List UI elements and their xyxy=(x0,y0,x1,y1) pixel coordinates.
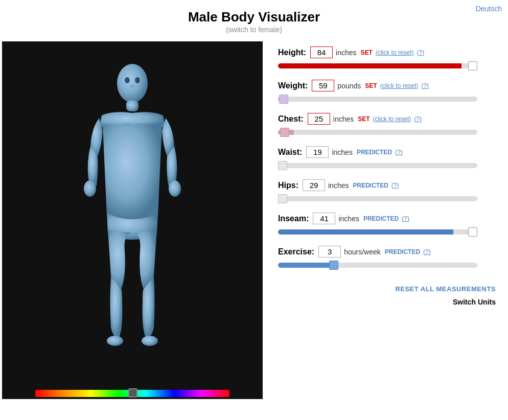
color-bar-container[interactable] xyxy=(2,388,263,399)
page-title: Male Body Visualizer xyxy=(0,9,508,25)
language-link[interactable]: Deutsch xyxy=(476,5,502,13)
height-unit: inches xyxy=(336,49,356,57)
waist-slider-track[interactable] xyxy=(278,163,477,168)
waist-row: Waist: inches PREDICTED (?) xyxy=(278,146,496,170)
weight-status: SET xyxy=(365,82,377,89)
switch-to-female-link[interactable]: (switch to female) xyxy=(226,26,282,34)
page-header: Male Body Visualizer (switch to female) xyxy=(0,0,508,37)
inseam-status: PREDICTED xyxy=(363,215,399,222)
inseam-label: Inseam: xyxy=(278,214,309,223)
inseam-row: Inseam: inches PREDICTED (?) xyxy=(278,213,496,237)
weight-unit: pounds xyxy=(337,82,361,90)
controls-panel: Height: inches SET (click to reset) (?) … xyxy=(263,41,506,399)
waist-label: Waist: xyxy=(278,148,302,157)
body-model-svg xyxy=(51,57,214,374)
height-status: SET xyxy=(361,49,373,56)
height-label-row: Height: inches SET (click to reset) (?) xyxy=(278,46,496,58)
weight-label: Weight: xyxy=(278,81,308,90)
height-help[interactable]: (?) xyxy=(417,49,425,56)
hips-input[interactable] xyxy=(303,179,325,191)
weight-row: Weight: pounds SET (click to reset) (?) xyxy=(278,80,496,104)
waist-status: PREDICTED xyxy=(357,149,392,156)
weight-label-row: Weight: pounds SET (click to reset) (?) xyxy=(278,80,496,91)
inseam-slider-container[interactable] xyxy=(278,227,496,237)
hips-help[interactable]: (?) xyxy=(391,182,399,189)
exercise-slider-container[interactable] xyxy=(278,261,496,270)
exercise-row: Exercise: hours/week PREDICTED (?) xyxy=(278,246,496,270)
hips-slider-container[interactable] xyxy=(278,194,496,203)
inseam-input[interactable] xyxy=(313,213,335,224)
waist-input[interactable] xyxy=(306,146,329,158)
exercise-unit: hours/week xyxy=(344,248,381,256)
hips-row: Hips: inches PREDICTED (?) xyxy=(278,179,496,203)
color-bar[interactable] xyxy=(35,390,229,397)
svg-point-5 xyxy=(142,336,158,346)
chest-status: SET xyxy=(358,115,370,123)
exercise-label: Exercise: xyxy=(278,247,314,256)
height-slider-container[interactable] xyxy=(278,61,496,71)
waist-slider-container[interactable] xyxy=(278,161,496,170)
exercise-input[interactable] xyxy=(318,246,341,258)
inseam-slider-thumb[interactable] xyxy=(468,227,477,237)
waist-help[interactable]: (?) xyxy=(395,149,403,156)
exercise-slider-track[interactable] xyxy=(278,263,477,268)
switch-units-button[interactable]: Switch Units xyxy=(453,298,496,306)
hips-slider-thumb[interactable] xyxy=(278,194,287,203)
chest-slider-track[interactable] xyxy=(278,130,477,135)
waist-unit: inches xyxy=(332,148,352,156)
weight-slider-track[interactable] xyxy=(278,97,477,102)
weight-slider-container[interactable] xyxy=(278,95,496,104)
height-label: Height: xyxy=(278,48,306,57)
inseam-slider-track[interactable] xyxy=(278,229,477,235)
weight-input[interactable] xyxy=(312,80,334,91)
page-subtitle[interactable]: (switch to female) xyxy=(0,25,508,34)
svg-point-4 xyxy=(107,336,123,346)
model-panel xyxy=(2,41,263,399)
body-figure xyxy=(2,41,263,389)
weight-help[interactable]: (?) xyxy=(421,82,429,89)
svg-point-2 xyxy=(84,180,96,197)
weight-reset[interactable]: (click to reset) xyxy=(380,82,419,89)
hips-status: PREDICTED xyxy=(353,182,388,189)
chest-slider-container[interactable] xyxy=(278,128,496,137)
chest-input[interactable] xyxy=(308,113,330,125)
height-row: Height: inches SET (click to reset) (?) xyxy=(278,46,496,71)
bottom-actions: RESET ALL MEASUREMENTS Switch Units xyxy=(278,285,496,306)
height-reset[interactable]: (click to reset) xyxy=(376,49,414,56)
main-content: Height: inches SET (click to reset) (?) … xyxy=(0,41,508,399)
inseam-label-row: Inseam: inches PREDICTED (?) xyxy=(278,213,496,224)
exercise-label-row: Exercise: hours/week PREDICTED (?) xyxy=(278,246,496,258)
chest-label: Chest: xyxy=(278,114,304,124)
chest-help[interactable]: (?) xyxy=(414,115,422,123)
chest-label-row: Chest: inches SET (click to reset) (?) xyxy=(278,113,496,125)
svg-point-3 xyxy=(169,180,181,197)
svg-point-7 xyxy=(135,77,140,83)
chest-unit: inches xyxy=(333,115,354,123)
height-slider-thumb[interactable] xyxy=(468,61,477,71)
chest-row: Chest: inches SET (click to reset) (?) xyxy=(278,113,496,137)
waist-slider-thumb[interactable] xyxy=(278,161,287,170)
svg-rect-1 xyxy=(126,100,138,111)
inseam-help[interactable]: (?) xyxy=(402,215,409,222)
svg-point-0 xyxy=(117,64,148,103)
weight-slider-thumb[interactable] xyxy=(279,95,288,104)
exercise-status: PREDICTED xyxy=(385,248,420,255)
exercise-slider-thumb[interactable] xyxy=(329,261,338,270)
svg-point-6 xyxy=(125,77,130,83)
waist-label-row: Waist: inches PREDICTED (?) xyxy=(278,146,496,158)
hips-slider-track[interactable] xyxy=(278,196,477,201)
chest-slider-thumb[interactable] xyxy=(280,128,289,137)
hips-unit: inches xyxy=(328,181,349,190)
inseam-unit: inches xyxy=(338,215,359,223)
hips-label: Hips: xyxy=(278,181,298,190)
chest-reset[interactable]: (click to reset) xyxy=(373,115,411,123)
reset-all-button[interactable]: RESET ALL MEASUREMENTS xyxy=(395,285,496,293)
exercise-help[interactable]: (?) xyxy=(423,248,431,255)
height-slider-track[interactable] xyxy=(278,63,477,68)
color-bar-thumb[interactable] xyxy=(128,388,137,398)
height-input[interactable] xyxy=(310,46,333,58)
hips-label-row: Hips: inches PREDICTED (?) xyxy=(278,179,496,191)
